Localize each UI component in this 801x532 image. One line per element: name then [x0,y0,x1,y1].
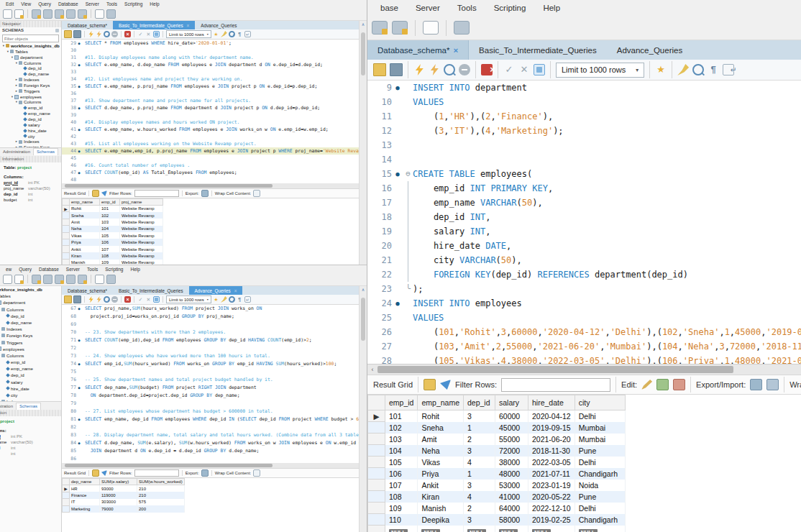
wrap-cell-icon[interactable] [253,469,260,477]
tree-item-employees[interactable]: ▾employees [0,94,61,100]
code-line-74[interactable]: 74●SELECT emp_id,SUM(hours_worked) FROM … [62,360,359,368]
tree-item-city[interactable]: city [0,392,61,398]
code-line-34[interactable]: 34#12. List employees name and project t… [62,75,359,83]
close-tab-icon[interactable]: × [453,46,458,55]
delete-row-icon[interactable] [673,379,685,390]
tree-item-dep_name[interactable]: dep_name [0,71,61,77]
grid-view-icon[interactable] [92,190,99,197]
column-header-hire_date[interactable]: hire_date [528,395,575,411]
code-line-84[interactable]: 84●SELECT d.dep_name, SUM(e.salary), SUM… [62,439,359,447]
explain-icon[interactable] [444,64,455,75]
code-line-32[interactable]: 32●SELECT e.emp_name, d.dep_name FROM em… [62,61,359,68]
menu-item-server[interactable]: Server [63,267,83,272]
code-line-29[interactable]: 29●SELECT * FROM employees WHERE hire_da… [62,40,359,47]
code-line-48[interactable]: 48 [62,176,359,183]
menu-item-base[interactable]: base [372,4,407,12]
commit-icon[interactable] [137,296,144,303]
code-line-18[interactable]: 18 dep_id INT, [367,210,801,224]
table-row[interactable]: Priya106Website Revamp [63,239,163,245]
code-line-12[interactable]: 12 (3,'IT'),(4,'Marketing'); [367,124,801,138]
sql-code-area[interactable]: 29●SELECT * FROM employees WHERE hire_da… [62,40,359,183]
table-row[interactable]: 106Priya1480002021-07-11Chandigarh [368,468,626,480]
code-line-86[interactable]: 86 [62,455,359,463]
commit-icon[interactable] [503,64,515,75]
tree-item-indexes[interactable]: ▸Indexes [0,139,61,145]
execute-current-icon[interactable] [96,296,102,303]
table-row[interactable]: 110Deepika3580002019-02-25Chandigarh [368,514,626,526]
column-header-sum-w-hours_worked-[interactable]: SUM(w.hours_worked) [137,479,185,485]
menu-item-help[interactable]: Help [534,4,569,12]
column-header-emp_name[interactable]: emp_name [418,395,464,411]
save-icon[interactable] [73,295,81,303]
menu-item-tools[interactable]: Tools [103,1,121,6]
db-admin-icon[interactable] [454,21,470,35]
code-line-38[interactable]: 38●SELECT d.dep_name, p.proj_name FROM d… [62,104,359,111]
code-line-75[interactable]: 75 [62,368,359,376]
close-tab-icon[interactable]: × [234,288,237,293]
tree-item-emp_name[interactable]: emp_name [0,365,61,372]
tree-item-dep_name[interactable]: dep_name [0,319,61,326]
refresh-results-icon[interactable] [101,191,107,196]
menu-item-ew[interactable]: ew [2,267,15,272]
code-line-15[interactable]: 15●⊖CREATE TABLE employees( [367,167,801,181]
create-view-icon[interactable] [55,275,64,284]
tree-item-columns[interactable]: ▾Columns [0,60,61,66]
table-row[interactable]: IT303000575 [63,499,185,506]
code-line-69[interactable]: 69 [62,321,359,329]
menu-item-database[interactable]: Database [55,1,82,6]
tree-item-dep_id[interactable]: dep_id [0,116,61,122]
tree-item-foreign-keys[interactable]: ▸Foreign Keys [0,83,61,88]
grid-view-icon[interactable] [424,379,436,390]
code-line-77[interactable]: 77●SELECT dep_name,SUM(budget) FROM proj… [62,384,359,392]
table-row[interactable]: 104Neha3720002018-11-30Pune [368,445,626,457]
stop-on-error-icon[interactable] [124,31,131,37]
autocommit-icon[interactable] [534,64,545,75]
open-script-icon[interactable] [14,9,24,19]
code-line-76[interactable]: 76-- 25. Show department names and total… [62,376,359,384]
refresh-results-icon[interactable] [440,380,451,390]
tree-item-tables[interactable]: ▾Tables [0,293,61,299]
create-table-icon[interactable] [392,21,408,35]
editor-tab-basic_to_intermediate_queries[interactable]: Basic_To_Intermediate_Queries [469,40,607,60]
create-schema-icon[interactable] [372,21,388,35]
create-function-icon[interactable] [78,9,87,19]
editor-hscrollbar[interactable]: ‹ [62,183,359,188]
table-row[interactable]: ▶101Rohit3600002020-04-12Delhi [368,411,626,422]
menu-item-query[interactable]: Query [15,267,35,272]
column-header-emp_id[interactable]: emp_id [385,395,418,411]
table-row[interactable]: Amit103Website Revamp [63,219,163,225]
editor-vscrollbar[interactable]: ∧ [359,21,367,268]
tree-item-triggers[interactable]: ▸Triggers [0,88,61,94]
menu-item-scripting[interactable]: Scripting [485,4,535,12]
editor-tab-database_schema-[interactable]: Database_schema* [62,286,113,295]
execute-current-icon[interactable] [96,31,102,37]
beautify-icon[interactable] [221,31,227,37]
code-line-41[interactable]: 41●SELECT e.emp_name, w.hours_worked FRO… [62,126,359,133]
code-line-26[interactable]: 26 (101,'Rohit',3,60000,'2020-04-12','De… [367,325,801,339]
editor-tab-advance_queries[interactable]: Advance_Queries× [189,286,243,295]
editor-tab-database_schema-[interactable]: Database_schema* [62,21,113,29]
limit-rows-select[interactable]: Limit to 1000 rows▾ [556,63,644,78]
code-line-30[interactable]: 30 [62,47,359,54]
column-header-proj_name[interactable]: proj_name [120,199,163,206]
invisible-chars-icon[interactable]: ¶ [237,296,243,303]
code-line-27[interactable]: 27 (103,'Amit',2,55000,'2021-06-20','Mum… [367,339,801,354]
code-line-47[interactable]: 47●SELECT COUNT(emp_id) AS Total_Employe… [62,169,359,176]
wrap-text-icon[interactable] [723,64,734,75]
table-row[interactable]: Vikas105Website Revamp [63,232,163,239]
explain-icon[interactable] [104,296,110,303]
code-line-73[interactable]: 73-- 24. Show employees who have worked … [62,352,359,360]
find-icon[interactable] [692,64,704,75]
table-row[interactable]: Finance119000210 [63,492,185,499]
editor-vscrollbar[interactable]: ∧ [359,286,367,532]
rollback-icon[interactable] [518,64,530,75]
code-line-22[interactable]: 22 FOREIGN KEY(dep_id) REFERENCES depart… [367,267,801,282]
menu-item-help[interactable]: Help [146,1,163,6]
tree-item-salary[interactable]: salary [0,122,61,128]
create-schema-icon[interactable] [32,275,41,284]
execute-icon[interactable] [88,296,94,303]
tree-item-columns[interactable]: ▾Columns [0,306,61,313]
code-line-36[interactable]: 36 [62,90,359,97]
new-row[interactable]: NULLNULLNULLNULLNULLNULL [368,526,626,532]
explain-icon[interactable] [104,31,110,37]
